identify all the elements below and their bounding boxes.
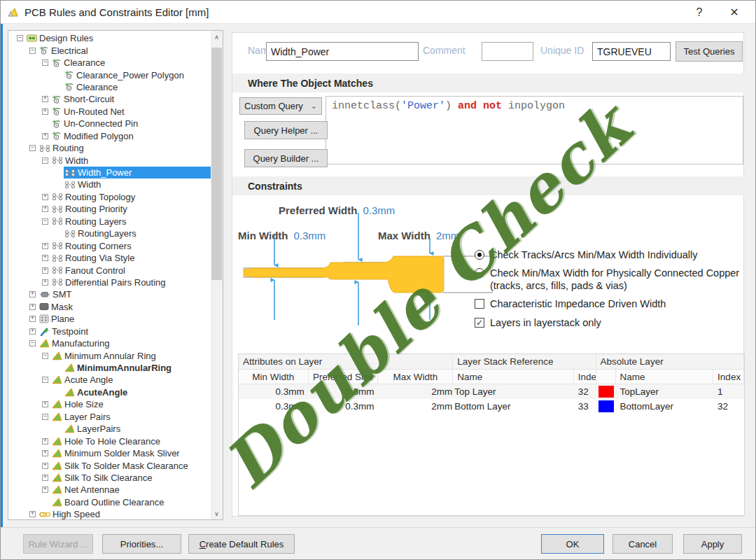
tree-item-hole-to-hole-clearance[interactable]: +Hole To Hole Clearance xyxy=(8,435,211,447)
tree-item-routing-topology[interactable]: +Routing Topology xyxy=(8,191,211,203)
tree-item-mask[interactable]: +Mask xyxy=(8,301,211,313)
expand-icon[interactable]: + xyxy=(29,304,36,310)
expand-icon[interactable]: + xyxy=(42,267,48,274)
radio-option-1[interactable]: Check Tracks/Arcs Min/Max Width Individu… xyxy=(475,248,742,261)
expand-icon[interactable]: + xyxy=(29,291,36,298)
tree-item-design-rules[interactable]: −Design Rules xyxy=(8,32,211,44)
expand-icon[interactable]: + xyxy=(42,486,48,493)
route-rule-icon xyxy=(64,230,76,238)
checkbox-option-2[interactable]: ✓Layers in layerstack only xyxy=(475,316,742,329)
tree-item-acuteangle[interactable]: AcuteAngle xyxy=(8,386,211,398)
create-default-rules-button[interactable]: Create Default Rules xyxy=(188,534,295,554)
expand-icon[interactable]: + xyxy=(42,450,48,456)
tree-item-clearance-power-polygon[interactable]: Clearance_Power Polygon xyxy=(8,69,211,80)
apply-button[interactable]: Apply xyxy=(683,534,742,554)
tree-item-un-connected-pin[interactable]: Un-Connected Pin xyxy=(8,118,211,130)
test-queries-button[interactable]: Test Queries xyxy=(676,41,743,62)
tree-item-minimum-solder-mask-sliver[interactable]: +Minimum Solder Mask Sliver xyxy=(8,447,211,459)
tree-item-minimumannularring[interactable]: MinimumAnnularRing xyxy=(8,362,211,374)
tree-scrollbar[interactable]: ∧ ∨ xyxy=(211,31,223,519)
tree-item-un-routed-net[interactable]: +Un-Routed Net xyxy=(8,106,211,118)
tree-item-smt[interactable]: +SMT xyxy=(8,288,211,300)
tree-item-net-antennae[interactable]: +Net Antennae xyxy=(8,484,211,496)
checkbox-checked-icon[interactable]: ✓ xyxy=(475,318,484,328)
query-text-area[interactable]: innetclass('Power') and not inpolygon xyxy=(326,96,743,164)
tree-item-short-circuit[interactable]: +Short-Circuit xyxy=(8,93,211,105)
tree-item-width[interactable]: Width xyxy=(8,178,211,190)
comment-input[interactable] xyxy=(482,42,533,61)
tree-item-differential-pairs-routing[interactable]: +Differential Pairs Routing xyxy=(8,276,211,288)
tree-item-layer-pairs[interactable]: −Layer Pairs xyxy=(8,411,211,423)
scroll-up-icon[interactable]: ∧ xyxy=(211,31,223,43)
tree-item-routing-corners[interactable]: +Routing Corners xyxy=(8,239,211,251)
tree-item-width[interactable]: −Width xyxy=(8,154,211,166)
radio-option-2[interactable]: Check Min/Max Width for Physically Conne… xyxy=(475,267,742,292)
checkbox-option-1[interactable]: Characteristic Impedance Driven Width xyxy=(475,298,742,310)
tree-item-high-speed[interactable]: +High Speed xyxy=(8,508,211,520)
close-icon[interactable]: ✕ xyxy=(719,1,750,24)
ok-button[interactable]: OK xyxy=(541,534,604,554)
expand-icon[interactable]: + xyxy=(42,108,48,115)
cancel-button[interactable]: Cancel xyxy=(612,534,673,554)
tree-item-width-power[interactable]: Width_Power xyxy=(8,167,211,178)
collapse-icon[interactable]: − xyxy=(42,353,48,359)
tree-item-testpoint[interactable]: +Testpoint xyxy=(8,326,211,337)
tree-item-routing-priority[interactable]: +Routing Priority xyxy=(8,203,211,215)
expand-icon[interactable]: + xyxy=(29,511,36,517)
tree-item-clearance[interactable]: Clearance xyxy=(8,81,211,93)
expand-icon[interactable]: + xyxy=(42,194,48,200)
collapse-icon[interactable]: − xyxy=(42,59,48,66)
collapse-icon[interactable]: − xyxy=(29,340,36,346)
tree-item-routing-layers[interactable]: −Routing Layers xyxy=(8,216,211,227)
expand-icon[interactable]: + xyxy=(42,133,48,139)
expand-icon[interactable]: + xyxy=(42,96,48,102)
radio-unselected-icon[interactable] xyxy=(475,268,484,278)
collapse-icon[interactable]: − xyxy=(42,377,48,383)
scrollbar-thumb[interactable] xyxy=(211,48,222,280)
expand-icon[interactable]: + xyxy=(42,463,48,469)
collapse-icon[interactable]: − xyxy=(29,145,36,151)
expand-icon[interactable]: + xyxy=(42,255,48,261)
collapse-icon[interactable]: − xyxy=(42,414,48,420)
tree-item-routing[interactable]: −Routing xyxy=(8,142,211,154)
expand-icon[interactable]: + xyxy=(42,475,48,481)
expand-icon[interactable]: + xyxy=(42,438,48,444)
name-input[interactable] xyxy=(266,42,419,61)
tree-item-minimum-annular-ring[interactable]: −Minimum Annular Ring xyxy=(8,349,211,361)
query-builder-button[interactable]: Query Builder ... xyxy=(244,149,328,167)
collapse-icon[interactable]: − xyxy=(42,158,48,164)
tree-item-layerpairs[interactable]: LayerPairs xyxy=(8,423,211,435)
help-icon[interactable]: ? xyxy=(684,1,715,24)
expand-icon[interactable]: + xyxy=(42,206,48,212)
tree-item-silk-to-silk-clearance[interactable]: +Silk To Silk Clearance xyxy=(8,472,211,484)
tree-item-plane[interactable]: +Plane xyxy=(8,313,211,325)
tree-item-routing-via-style[interactable]: +Routing Via Style xyxy=(8,252,211,264)
scope-select[interactable]: Custom Query ⌄ xyxy=(239,97,322,115)
expand-icon[interactable]: + xyxy=(42,243,48,249)
query-helper-button[interactable]: Query Helper ... xyxy=(244,121,328,139)
unique-id-input[interactable] xyxy=(592,42,671,61)
expand-icon[interactable]: + xyxy=(29,328,36,335)
expand-icon[interactable]: + xyxy=(42,401,48,407)
table-row[interactable]: 0.3mm0.3mm2mmTop Layer32TopLayer1 xyxy=(239,384,744,399)
tree-item-silk-to-solder-mask-clearance[interactable]: +Silk To Solder Mask Clearance xyxy=(8,459,211,471)
priorities-button[interactable]: Priorities... xyxy=(102,534,181,554)
tree-item-acute-angle[interactable]: −Acute Angle xyxy=(8,374,211,386)
tree-item-routinglayers[interactable]: RoutingLayers xyxy=(8,227,211,239)
tree-item-clearance[interactable]: −Clearance xyxy=(8,57,211,69)
collapse-icon[interactable]: − xyxy=(17,35,23,41)
expand-icon[interactable]: + xyxy=(42,279,48,286)
tree-item-manufacturing[interactable]: −Manufacturing xyxy=(8,337,211,349)
checkbox-unchecked-icon[interactable] xyxy=(475,299,484,309)
tree-item-electrical[interactable]: −Electrical xyxy=(8,44,211,56)
tree-item-hole-size[interactable]: +Hole Size xyxy=(8,398,211,410)
collapse-icon[interactable]: − xyxy=(29,48,36,54)
scroll-down-icon[interactable]: ∨ xyxy=(211,507,223,519)
tree-item-board-outline-clearance[interactable]: Board Outline Clearance xyxy=(8,496,211,508)
collapse-icon[interactable]: − xyxy=(42,218,48,225)
tree-item-modified-polygon[interactable]: +Modified Polygon xyxy=(8,130,211,142)
table-row[interactable]: 0.3mm0.3mm2mmBottom Layer33BottomLayer32 xyxy=(239,399,744,414)
tree-item-fanout-control[interactable]: +Fanout Control xyxy=(8,264,211,276)
expand-icon[interactable]: + xyxy=(29,316,36,322)
radio-selected-icon[interactable] xyxy=(475,250,484,260)
